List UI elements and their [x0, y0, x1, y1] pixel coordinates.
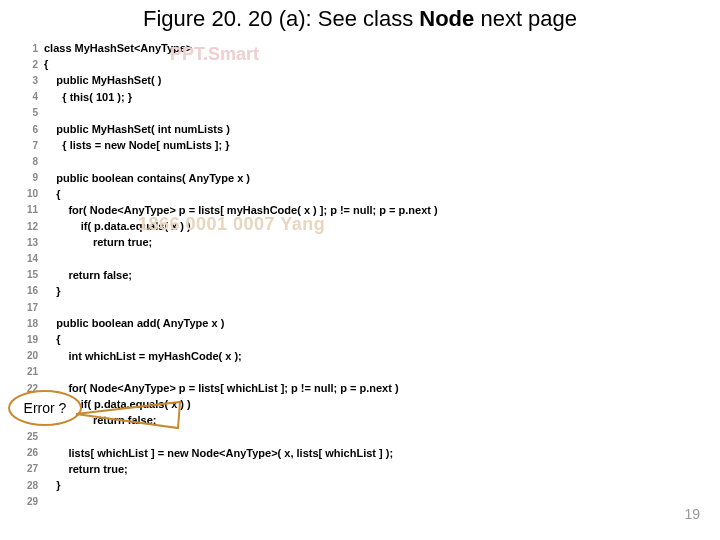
line-number: 5	[20, 107, 44, 118]
code-line: 1class MyHashSet<AnyType>	[20, 40, 720, 56]
code-line: 4 { this( 101 ); }	[20, 89, 720, 105]
code-line: 20 int whichList = myHashCode( x );	[20, 348, 720, 364]
line-number: 1	[20, 43, 44, 54]
code-line: 10 {	[20, 186, 720, 202]
code-line: 18 public boolean add( AnyType x )	[20, 315, 720, 331]
line-number: 28	[20, 480, 44, 491]
code-line: 15 return false;	[20, 267, 720, 283]
page-title: Figure 20. 20 (a): See class Node next p…	[0, 0, 720, 32]
line-number: 26	[20, 447, 44, 458]
code-text: {	[44, 58, 48, 70]
line-number: 19	[20, 334, 44, 345]
line-number: 8	[20, 156, 44, 167]
code-text: for( Node<AnyType> p = lists[ whichList …	[44, 382, 399, 394]
code-text: }	[44, 479, 61, 491]
code-text: public MyHashSet( int numLists )	[44, 123, 230, 135]
page-number: 19	[684, 506, 700, 522]
title-bold: Node	[419, 6, 474, 31]
code-line: 17	[20, 299, 720, 315]
code-line: 21	[20, 364, 720, 380]
line-number: 12	[20, 221, 44, 232]
line-number: 2	[20, 59, 44, 70]
code-text: { lists = new Node[ numLists ]; }	[44, 139, 230, 151]
code-text: return true;	[44, 463, 128, 475]
code-line: 9 public boolean contains( AnyType x )	[20, 170, 720, 186]
code-text: public boolean contains( AnyType x )	[44, 172, 250, 184]
line-number: 7	[20, 140, 44, 151]
code-line: 22 for( Node<AnyType> p = lists[ whichLi…	[20, 380, 720, 396]
code-line: 23 if( p.data.equals( x ) )	[20, 396, 720, 412]
error-callout: Error ?	[8, 390, 82, 426]
line-number: 15	[20, 269, 44, 280]
code-line: 13 return true;	[20, 234, 720, 250]
code-text: return true;	[44, 236, 152, 248]
code-line: 14	[20, 250, 720, 266]
code-line: 6 public MyHashSet( int numLists )	[20, 121, 720, 137]
line-number: 18	[20, 318, 44, 329]
line-number: 25	[20, 431, 44, 442]
code-text: public boolean add( AnyType x )	[44, 317, 224, 329]
line-number: 6	[20, 124, 44, 135]
code-line: 27 return true;	[20, 461, 720, 477]
code-text: public MyHashSet( )	[44, 74, 161, 86]
error-callout-label: Error ?	[24, 400, 67, 416]
code-text: {	[44, 333, 61, 345]
code-text: {	[44, 188, 61, 200]
line-number: 14	[20, 253, 44, 264]
code-line: 11 for( Node<AnyType> p = lists[ myHashC…	[20, 202, 720, 218]
code-line: 8	[20, 153, 720, 169]
code-text: int whichList = myHashCode( x );	[44, 350, 242, 362]
code-line: 7 { lists = new Node[ numLists ]; }	[20, 137, 720, 153]
line-number: 11	[20, 204, 44, 215]
code-line: 19 {	[20, 331, 720, 347]
code-listing: PPT.Smart 1866 0001 0007 Yang 1class MyH…	[20, 40, 720, 509]
code-line: 28 }	[20, 477, 720, 493]
line-number: 17	[20, 302, 44, 313]
title-prefix: Figure 20. 20 (a): See class	[143, 6, 419, 31]
line-number: 3	[20, 75, 44, 86]
line-number: 21	[20, 366, 44, 377]
line-number: 27	[20, 463, 44, 474]
code-line: 12 if( p.data.equals( x ) )	[20, 218, 720, 234]
line-number: 13	[20, 237, 44, 248]
code-line: 2{	[20, 56, 720, 72]
title-suffix: next page	[474, 6, 577, 31]
line-number: 16	[20, 285, 44, 296]
code-line: 24 return false;	[20, 412, 720, 428]
code-text: for( Node<AnyType> p = lists[ myHashCode…	[44, 204, 438, 216]
line-number: 29	[20, 496, 44, 507]
code-text: if( p.data.equals( x ) )	[44, 220, 191, 232]
line-number: 10	[20, 188, 44, 199]
code-text: lists[ whichList ] = new Node<AnyType>( …	[44, 447, 393, 459]
line-number: 4	[20, 91, 44, 102]
line-number: 9	[20, 172, 44, 183]
code-text: }	[44, 285, 61, 297]
code-line: 3 public MyHashSet( )	[20, 72, 720, 88]
code-line: 25	[20, 429, 720, 445]
code-text: { this( 101 ); }	[44, 91, 132, 103]
code-text: class MyHashSet<AnyType>	[44, 42, 192, 54]
code-line: 16 }	[20, 283, 720, 299]
code-line: 29	[20, 493, 720, 509]
line-number: 20	[20, 350, 44, 361]
code-line: 5	[20, 105, 720, 121]
code-text: return false;	[44, 269, 132, 281]
code-line: 26 lists[ whichList ] = new Node<AnyType…	[20, 445, 720, 461]
